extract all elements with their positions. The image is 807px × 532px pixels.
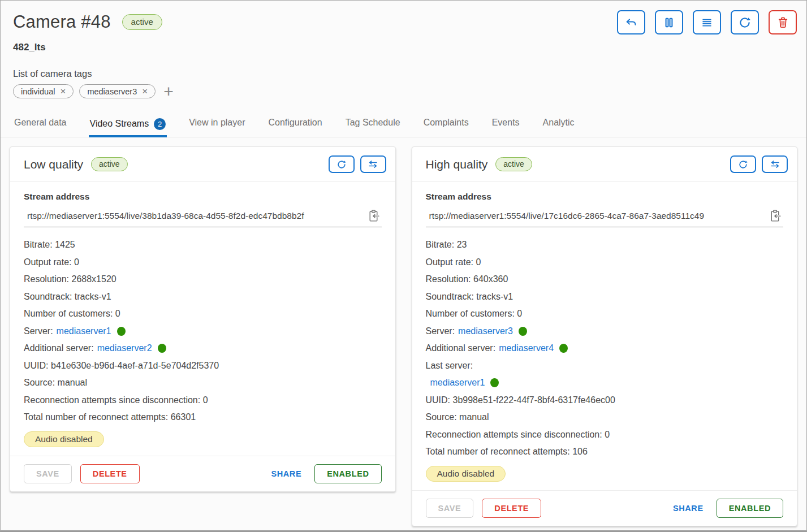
detail-last-server: mediaserver1 bbox=[426, 374, 784, 392]
tab-complaints[interactable]: Complaints bbox=[422, 114, 470, 137]
list-button[interactable] bbox=[693, 10, 721, 34]
stream-address-field bbox=[426, 204, 784, 227]
stream-address-label: Stream address bbox=[24, 192, 382, 202]
detail-last-server-label: Last server: bbox=[426, 357, 784, 375]
pause-icon bbox=[662, 15, 676, 30]
audio-disabled-badge: Audio disabled bbox=[426, 466, 506, 482]
additional-server-link[interactable]: mediaserver4 bbox=[499, 343, 554, 353]
stream-title: Low quality bbox=[24, 158, 83, 171]
refresh-icon bbox=[336, 159, 347, 170]
card-actions bbox=[329, 155, 386, 173]
stream-refresh-button[interactable] bbox=[329, 155, 355, 173]
delete-stream-button[interactable]: DELETE bbox=[482, 499, 541, 518]
tag-label: mediaserver3 bbox=[87, 87, 137, 96]
audio-disabled-badge: Audio disabled bbox=[24, 431, 104, 447]
additional-server-link[interactable]: mediaserver2 bbox=[97, 343, 152, 353]
page-title: Camera #48 bbox=[13, 12, 111, 32]
card-header: Low quality active bbox=[10, 147, 395, 181]
stream-status-badge: active bbox=[495, 157, 532, 171]
tab-video-streams[interactable]: Video Streams 2 bbox=[89, 114, 167, 137]
delete-stream-button[interactable]: DELETE bbox=[80, 464, 140, 483]
stream-address-input[interactable] bbox=[27, 211, 365, 221]
tag-label: individual bbox=[21, 87, 55, 96]
server-status-dot bbox=[117, 327, 126, 336]
stream-details: Bitrate: 1425 Output rate: 0 Resolution:… bbox=[24, 236, 382, 426]
last-server-link[interactable]: mediaserver1 bbox=[430, 378, 485, 387]
card-footer: SAVE DELETE SHARE ENABLED bbox=[412, 490, 797, 526]
server-status-dot bbox=[158, 344, 166, 353]
detail-uuid: UUID: 3b998e51-f222-44f7-8bf4-6317fe46ec… bbox=[426, 392, 784, 409]
stream-details: Bitrate: 23 Output rate: 0 Resolution: 6… bbox=[426, 236, 784, 461]
detail-resolution: Resolution: 2688x1520 bbox=[24, 271, 382, 288]
server-status-dot bbox=[559, 344, 568, 353]
server-link[interactable]: mediaserver1 bbox=[57, 326, 111, 336]
detail-soundtrack: Soundtrack: tracks-v1 bbox=[24, 288, 382, 306]
undo-button[interactable] bbox=[617, 10, 645, 34]
pause-button[interactable] bbox=[655, 10, 683, 34]
page-header: Camera #48 active 482_lts List of camera… bbox=[1, 1, 806, 98]
detail-additional-server: Additional server:mediaserver4 bbox=[426, 340, 784, 357]
share-button[interactable]: SHARE bbox=[668, 499, 708, 517]
tab-general-data[interactable]: General data bbox=[13, 114, 68, 137]
remove-tag-icon[interactable]: × bbox=[60, 86, 66, 96]
tag-mediaserver3: mediaserver3 × bbox=[79, 84, 156, 98]
share-button[interactable]: SHARE bbox=[266, 465, 306, 483]
stream-status-badge: active bbox=[91, 157, 128, 171]
enabled-toggle-button[interactable]: ENABLED bbox=[314, 464, 381, 483]
clipboard-paste-icon bbox=[366, 209, 381, 223]
stream-swap-button[interactable] bbox=[762, 155, 788, 173]
detail-total-reconnects: Total number of reconnect attempts: 6630… bbox=[24, 409, 382, 426]
tags-row: individual × mediaserver3 × + bbox=[13, 84, 797, 98]
detail-bitrate: Bitrate: 23 bbox=[426, 236, 784, 254]
detail-resolution: Resolution: 640x360 bbox=[426, 271, 784, 288]
server-link[interactable]: mediaserver3 bbox=[458, 326, 513, 336]
trash-icon bbox=[776, 15, 790, 29]
detail-additional-server: Additional server:mediaserver2 bbox=[24, 340, 382, 357]
add-tag-icon[interactable]: + bbox=[163, 86, 174, 97]
stream-card-high-quality: High quality active bbox=[412, 146, 798, 526]
save-button[interactable]: SAVE bbox=[24, 464, 72, 483]
swap-icon bbox=[367, 159, 379, 170]
stream-refresh-button[interactable] bbox=[730, 155, 756, 173]
detail-output-rate: Output rate: 0 bbox=[24, 254, 382, 271]
remove-tag-icon[interactable]: × bbox=[142, 86, 148, 96]
swap-icon bbox=[769, 159, 781, 170]
stream-card-low-quality: Low quality active bbox=[10, 146, 396, 492]
refresh-button[interactable] bbox=[731, 10, 759, 34]
delete-camera-button[interactable] bbox=[769, 10, 797, 34]
header-toolbar bbox=[617, 10, 797, 34]
stream-address-field bbox=[24, 204, 382, 227]
detail-reconnection-attempts: Reconnection attempts since disconnectio… bbox=[24, 392, 382, 409]
list-icon bbox=[700, 15, 714, 30]
copy-stream-address-button[interactable] bbox=[365, 209, 382, 223]
detail-source: Source: manual bbox=[24, 374, 382, 392]
tab-bar: General data Video Streams 2 View in pla… bbox=[1, 114, 806, 137]
card-header: High quality active bbox=[412, 147, 797, 181]
tab-configuration[interactable]: Configuration bbox=[267, 114, 323, 137]
tab-tag-schedule[interactable]: Tag Schedule bbox=[344, 114, 402, 137]
copy-stream-address-button[interactable] bbox=[767, 209, 783, 223]
stream-cards-container: Low quality active bbox=[1, 137, 806, 532]
server-status-dot bbox=[519, 327, 527, 336]
camera-status-badge: active bbox=[122, 14, 162, 30]
detail-output-rate: Output rate: 0 bbox=[426, 254, 784, 271]
enabled-toggle-button[interactable]: ENABLED bbox=[717, 499, 783, 518]
tag-individual: individual × bbox=[13, 84, 74, 98]
tab-view-in-player[interactable]: View in player bbox=[188, 114, 246, 137]
tab-events[interactable]: Events bbox=[491, 114, 521, 137]
tab-analytic[interactable]: Analytic bbox=[542, 114, 576, 137]
detail-bitrate: Bitrate: 1425 bbox=[24, 236, 382, 254]
detail-source: Source: manual bbox=[426, 409, 784, 426]
camera-details-page: Camera #48 active 482_lts List of camera… bbox=[0, 0, 807, 532]
save-button[interactable]: SAVE bbox=[426, 499, 474, 518]
card-actions bbox=[730, 155, 788, 173]
video-streams-count-badge: 2 bbox=[154, 118, 166, 130]
detail-server: Server:mediaserver3 bbox=[426, 323, 784, 340]
detail-reconnection-attempts: Reconnection attempts since disconnectio… bbox=[426, 426, 784, 444]
stream-swap-button[interactable] bbox=[360, 155, 386, 173]
detail-customers: Number of customers: 0 bbox=[24, 305, 382, 323]
detail-total-reconnects: Total number of reconnect attempts: 106 bbox=[426, 443, 784, 461]
stream-address-input[interactable] bbox=[429, 211, 767, 221]
detail-customers: Number of customers: 0 bbox=[426, 305, 784, 323]
card-footer: SAVE DELETE SHARE ENABLED bbox=[10, 456, 395, 491]
